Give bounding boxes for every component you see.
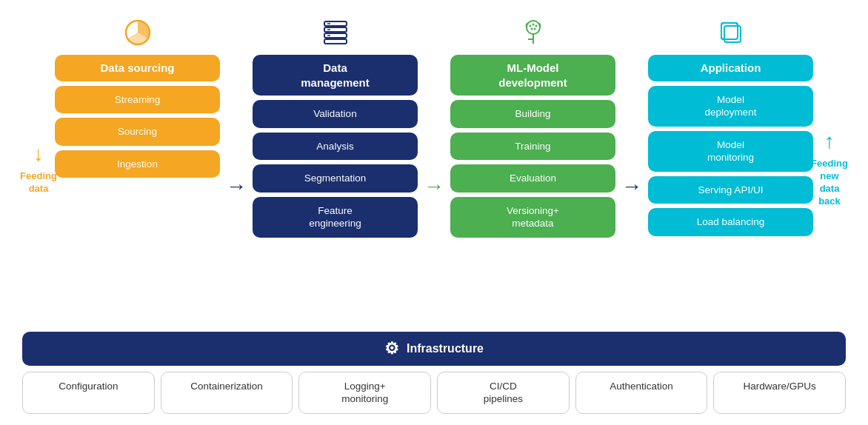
ml-model-header: ML-Modeldevelopment [450, 55, 615, 96]
ingestion-item: Ingestion [55, 150, 220, 178]
application-header: Application [648, 55, 813, 81]
svg-point-15 [530, 28, 533, 30]
data-management-items: Validation Analysis Segmentation Feature… [253, 100, 418, 238]
segmentation-item: Segmentation [253, 164, 418, 193]
main-container: ↓ Feedingdata Data sourcing Streaming So… [0, 0, 868, 425]
down-arrow-icon: ↓ [33, 142, 44, 166]
analysis-item: Analysis [253, 133, 418, 161]
svg-point-12 [532, 24, 534, 26]
data-sourcing-header: Data sourcing [55, 55, 220, 81]
feeding-data-label: Feedingdata [20, 170, 57, 195]
pie-chart-icon [122, 15, 153, 50]
versioning-item: Versioning+metadata [450, 197, 615, 238]
infra-header-bar: ⚙ Infrastructure [22, 332, 846, 366]
arrow-right-icon-1: → [226, 175, 247, 198]
infrastructure-area: ⚙ Infrastructure Configuration Container… [22, 332, 846, 414]
logging-item: Logging+monitoring [298, 372, 431, 414]
col-ml-model: ML-Modeldevelopment Building Training Ev… [450, 15, 615, 323]
load-balancing-item: Load balancing [648, 208, 813, 236]
sourcing-item: Sourcing [55, 118, 220, 146]
containerization-item: Containerization [161, 372, 293, 414]
flow-area: ↓ Feedingdata Data sourcing Streaming So… [22, 15, 846, 323]
svg-point-8 [527, 21, 540, 34]
arrow-right-icon-2: → [424, 175, 444, 198]
data-sourcing-items: Streaming Sourcing Ingestion [55, 86, 220, 178]
svg-point-11 [529, 25, 531, 27]
database-icon [320, 15, 351, 50]
hardware-item: Hardware/GPUs [713, 372, 846, 414]
infra-items-row: Configuration Containerization Logging+m… [22, 372, 846, 414]
ml-model-items: Building Training Evaluation Versioning+… [450, 100, 615, 238]
data-management-header: Datamanagement [253, 55, 418, 96]
config-item: Configuration [22, 372, 155, 414]
col-data-sourcing: Data sourcing Streaming Sourcing Ingesti… [55, 15, 220, 323]
cicd-item: CI/CDpipelines [437, 372, 570, 414]
validation-item: Validation [253, 100, 418, 128]
model-deployment-item: Modeldeployment [648, 86, 813, 127]
authentication-item: Authentication [575, 372, 708, 414]
svg-point-13 [535, 25, 537, 27]
col-data-management: Datamanagement Validation Analysis Segme… [253, 15, 418, 323]
streaming-item: Streaming [55, 86, 220, 114]
feeding-new-data-col: ↑ Feeding newdata back [813, 15, 846, 323]
training-item: Training [450, 133, 615, 161]
arrow-2: → [418, 15, 450, 323]
feeding-new-data-label: Feeding newdata back [811, 158, 848, 208]
model-monitoring-item: Modelmonitoring [648, 131, 813, 172]
arrow-1: → [220, 15, 253, 323]
svg-rect-4 [324, 39, 347, 44]
feeding-data-col: ↓ Feedingdata [22, 15, 55, 323]
infra-icon: ⚙ [384, 339, 399, 358]
arrow-3: → [615, 15, 648, 323]
feature-engineering-item: Featureengineering [253, 197, 418, 238]
layers-icon [715, 15, 747, 50]
building-item: Building [450, 100, 615, 128]
up-arrow-icon: ↑ [824, 130, 835, 153]
arrow-right-icon-3: → [621, 175, 642, 198]
brain-icon [518, 15, 549, 50]
application-items: Modeldeployment Modelmonitoring Serving … [648, 86, 813, 236]
col-application: Application Modeldeployment Modelmonitor… [648, 15, 813, 323]
evaluation-item: Evaluation [450, 164, 615, 193]
infra-header-label: Infrastructure [407, 342, 484, 355]
svg-point-14 [533, 28, 535, 30]
serving-api-item: Serving API/UI [648, 176, 813, 204]
